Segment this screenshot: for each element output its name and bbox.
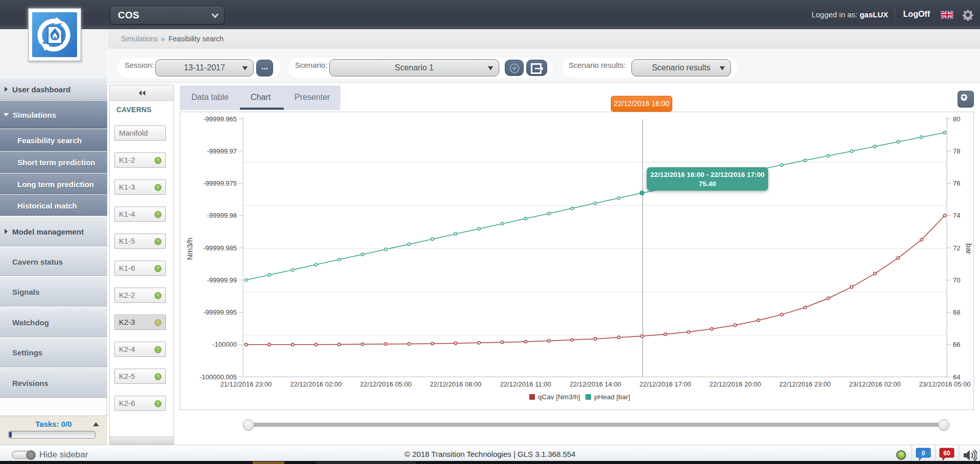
svg-text:-100000: -100000 — [212, 341, 237, 348]
svg-text:22/12/2016 05:00: 22/12/2016 05:00 — [360, 380, 411, 388]
svg-text:22/12/2016 08:00: 22/12/2016 08:00 — [430, 380, 481, 388]
svg-text:78: 78 — [953, 147, 960, 155]
svg-text:-100000.005: -100000.005 — [200, 373, 237, 381]
svg-text:23/12/2016 05:00: 23/12/2016 05:00 — [919, 380, 970, 388]
svg-text:Nm3/h: Nm3/h — [185, 238, 194, 260]
svg-text:68: 68 — [953, 308, 960, 316]
svg-text:pHead [bar]: pHead [bar] — [594, 393, 630, 401]
svg-text:-99999.995: -99999.995 — [203, 308, 237, 316]
svg-text:23/12/2016 02:00: 23/12/2016 02:00 — [849, 380, 900, 388]
svg-text:75.40: 75.40 — [699, 180, 716, 188]
svg-text:60: 60 — [943, 450, 950, 457]
svg-text:22/12/2016 23:00: 22/12/2016 23:00 — [779, 380, 831, 388]
svg-text:21/12/2016 23:00: 21/12/2016 23:00 — [220, 380, 272, 388]
svg-text:22/12/2016 02:00: 22/12/2016 02:00 — [290, 380, 341, 388]
svg-text:22/12/2016 16:00 - 22/12/2016: 22/12/2016 16:00 - 22/12/2016 17:00 — [650, 171, 765, 178]
svg-text:qCav [Nm3/h]: qCav [Nm3/h] — [538, 393, 580, 401]
svg-text:-99999.965: -99999.965 — [203, 115, 237, 123]
svg-text:-99999.97: -99999.97 — [207, 147, 237, 155]
svg-text:-99999.99: -99999.99 — [207, 276, 237, 284]
svg-text:66: 66 — [953, 341, 960, 348]
svg-text:72: 72 — [953, 244, 960, 252]
svg-text:0: 0 — [922, 450, 925, 457]
svg-text:22/12/2016 14:00: 22/12/2016 14:00 — [570, 380, 621, 388]
svg-text:-99999.985: -99999.985 — [203, 244, 237, 252]
svg-text:bar: bar — [965, 243, 973, 254]
svg-text:22/12/2016 17:00: 22/12/2016 17:00 — [640, 380, 691, 388]
svg-text:70: 70 — [953, 276, 960, 284]
svg-text:22/12/2016 11:00: 22/12/2016 11:00 — [500, 380, 551, 388]
svg-text:64: 64 — [953, 373, 960, 381]
svg-text:80: 80 — [953, 115, 960, 123]
svg-text:-99999.975: -99999.975 — [203, 179, 237, 187]
svg-text:22/12/2016 20:00: 22/12/2016 20:00 — [709, 380, 761, 388]
svg-text:76: 76 — [953, 179, 960, 187]
svg-text:-99999.98: -99999.98 — [207, 212, 237, 219]
svg-text:74: 74 — [953, 212, 960, 219]
